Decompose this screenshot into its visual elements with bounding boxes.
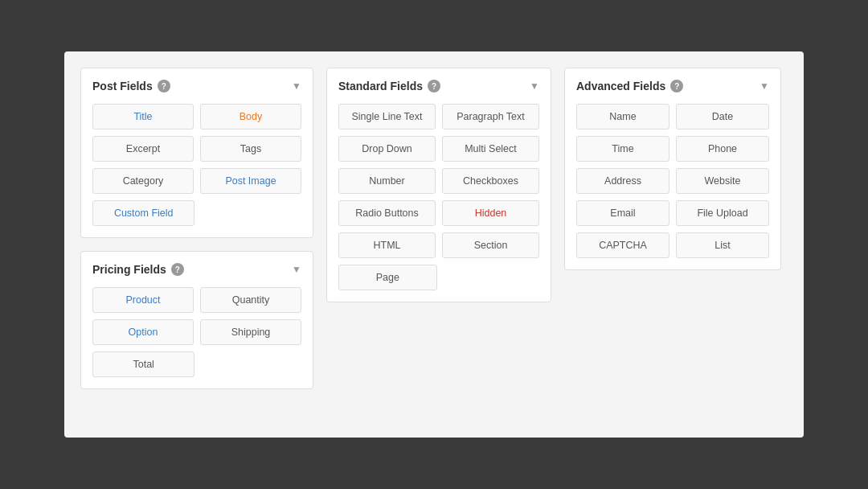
field-btn-option[interactable]: Option	[92, 319, 194, 345]
field-btn-list[interactable]: List	[676, 232, 769, 258]
field-btn-radio-buttons[interactable]: Radio Buttons	[338, 200, 436, 226]
main-container: Post Fields ? ▼ Title Body Excerpt Tags …	[64, 51, 804, 438]
advanced-fields-help-icon[interactable]: ?	[670, 80, 683, 92]
field-btn-tags[interactable]: Tags	[200, 136, 301, 162]
pricing-fields-header: Pricing Fields ? ▼	[92, 263, 301, 276]
advanced-fields-title-text: Advanced Fields	[576, 80, 665, 92]
post-fields-grid: Title Body Excerpt Tags Category Post Im…	[92, 104, 301, 194]
standard-fields-dropdown-arrow[interactable]: ▼	[530, 80, 539, 92]
field-btn-drop-down[interactable]: Drop Down	[338, 136, 436, 162]
field-btn-category[interactable]: Category	[92, 168, 194, 194]
left-panel: Post Fields ? ▼ Title Body Excerpt Tags …	[80, 68, 313, 389]
field-btn-html[interactable]: HTML	[338, 232, 436, 258]
advanced-fields-panel: Advanced Fields ? ▼ Name Date Time Phone…	[564, 68, 781, 270]
pricing-fields-panel: Pricing Fields ? ▼ Product Quantity Opti…	[80, 251, 313, 389]
field-btn-name[interactable]: Name	[576, 104, 669, 129]
field-btn-email[interactable]: Email	[576, 200, 669, 226]
post-fields-dropdown-arrow[interactable]: ▼	[292, 80, 301, 92]
field-btn-date[interactable]: Date	[676, 104, 769, 129]
standard-fields-help-icon[interactable]: ?	[428, 80, 440, 92]
pricing-fields-dropdown-arrow[interactable]: ▼	[292, 264, 301, 275]
standard-fields-title-text: Standard Fields	[338, 80, 423, 92]
field-btn-website[interactable]: Website	[676, 168, 769, 194]
advanced-fields-grid: Name Date Time Phone Address Website Ema…	[576, 104, 769, 258]
pricing-fields-help-icon[interactable]: ?	[171, 263, 184, 276]
post-fields-header: Post Fields ? ▼	[92, 80, 301, 92]
field-btn-multi-select[interactable]: Multi Select	[442, 136, 539, 162]
standard-fields-grid: Single Line Text Paragraph Text Drop Dow…	[338, 104, 539, 258]
field-btn-body[interactable]: Body	[200, 104, 301, 129]
post-fields-panel: Post Fields ? ▼ Title Body Excerpt Tags …	[80, 68, 313, 238]
field-btn-post-image[interactable]: Post Image	[200, 168, 301, 194]
standard-fields-header: Standard Fields ? ▼	[338, 80, 539, 92]
field-btn-address[interactable]: Address	[576, 168, 669, 194]
post-fields-title: Post Fields ?	[92, 80, 170, 92]
field-btn-paragraph-text[interactable]: Paragraph Text	[442, 104, 539, 129]
field-btn-number[interactable]: Number	[338, 168, 436, 194]
pricing-fields-grid: Product Quantity Option Shipping	[92, 287, 301, 345]
field-btn-excerpt[interactable]: Excerpt	[92, 136, 194, 162]
field-btn-total[interactable]: Total	[92, 351, 194, 377]
pricing-fields-title: Pricing Fields ?	[92, 263, 184, 276]
field-btn-quantity[interactable]: Quantity	[200, 287, 301, 313]
field-btn-title[interactable]: Title	[92, 104, 194, 129]
standard-fields-title: Standard Fields ?	[338, 80, 440, 92]
advanced-fields-title: Advanced Fields ?	[576, 80, 683, 92]
field-btn-hidden[interactable]: Hidden	[442, 200, 539, 226]
advanced-fields-header: Advanced Fields ? ▼	[576, 80, 769, 92]
field-btn-time[interactable]: Time	[576, 136, 669, 162]
field-btn-single-line-text[interactable]: Single Line Text	[338, 104, 436, 129]
field-btn-checkboxes[interactable]: Checkboxes	[442, 168, 539, 194]
advanced-fields-dropdown-arrow[interactable]: ▼	[760, 80, 769, 92]
field-btn-section[interactable]: Section	[442, 232, 539, 258]
post-fields-title-text: Post Fields	[92, 80, 153, 92]
field-btn-phone[interactable]: Phone	[676, 136, 769, 162]
field-btn-custom-field[interactable]: Custom Field	[92, 200, 194, 226]
field-btn-captcha[interactable]: CAPTCHA	[576, 232, 669, 258]
field-btn-page[interactable]: Page	[338, 265, 437, 290]
field-btn-product[interactable]: Product	[92, 287, 194, 313]
standard-fields-panel: Standard Fields ? ▼ Single Line Text Par…	[326, 68, 551, 302]
field-btn-file-upload[interactable]: File Upload	[676, 200, 769, 226]
field-btn-shipping[interactable]: Shipping	[200, 319, 301, 345]
pricing-fields-title-text: Pricing Fields	[92, 263, 166, 276]
post-fields-help-icon[interactable]: ?	[158, 80, 170, 92]
